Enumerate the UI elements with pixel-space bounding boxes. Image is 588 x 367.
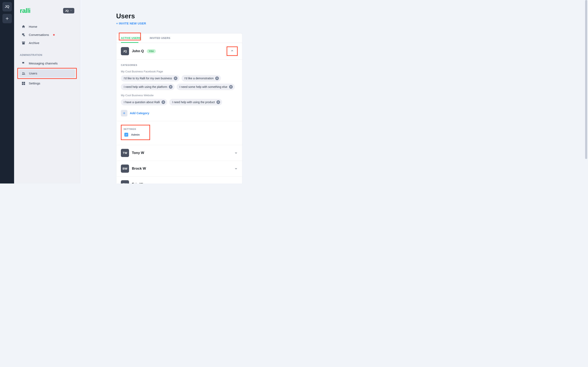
nav-label: Conversations — [29, 33, 49, 37]
chat-icon — [21, 33, 26, 37]
annotation-highlight — [227, 47, 238, 56]
chevron-down-icon — [70, 9, 72, 12]
annotation-highlight: SETTINGS Admin — [121, 125, 150, 140]
check-icon — [125, 133, 127, 136]
unread-dot-icon — [53, 34, 55, 36]
page-title: Users — [116, 12, 294, 20]
nav-primary: Home Conversations Archive — [19, 23, 75, 47]
chevron-up-icon[interactable] — [231, 49, 234, 52]
nav-messaging-channels[interactable]: Messaging channels — [19, 59, 75, 67]
rail-workspace-avatar[interactable]: JQ — [2, 2, 12, 11]
chip-remove-icon[interactable]: ✕ — [174, 76, 177, 80]
chip-remove-icon[interactable]: ✕ — [215, 76, 219, 80]
category-chip: I need help with using the platform✕ — [121, 83, 174, 90]
flag-icon — [21, 61, 26, 66]
divider — [116, 121, 242, 121]
logo: ralli — [20, 7, 30, 15]
you-badge: YOU — [147, 49, 156, 53]
annotation-highlight: Users — [17, 68, 77, 79]
admin-checkbox[interactable] — [124, 133, 128, 137]
channel-name: My Cool Business Facebook Page — [121, 70, 238, 73]
user-name: Tony W — [132, 151, 144, 155]
settings-heading: SETTINGS — [123, 128, 140, 130]
nav-label: Settings — [29, 82, 40, 85]
rail-add-workspace-button[interactable] — [2, 14, 12, 23]
main-content: Users + INVITE NEW USER ACTIVE USERS INV… — [80, 0, 294, 184]
admin-checkbox-label: Admin — [131, 133, 140, 136]
tab-invited-users[interactable]: INVITED USERS — [145, 33, 175, 43]
user-name: John Q — [132, 49, 144, 53]
chip-remove-icon[interactable]: ✕ — [229, 85, 233, 89]
nav-settings[interactable]: Settings — [19, 79, 75, 87]
home-icon — [21, 25, 26, 29]
user-row[interactable]: EW Erin W — [116, 176, 242, 184]
users-icon — [22, 71, 26, 75]
workspace-switcher[interactable]: JQ — [63, 8, 74, 13]
settings-icon — [21, 81, 26, 85]
workspace-switcher-initials: JQ — [65, 9, 69, 12]
chevron-down-icon — [234, 183, 238, 184]
avatar: EW — [121, 180, 129, 184]
nav-users[interactable]: Users — [19, 69, 75, 77]
plus-icon — [121, 110, 127, 117]
nav-label: Home — [29, 25, 37, 29]
sidebar: ralli JQ Home Conversations — [14, 0, 80, 184]
channel-name: My Cool Business Website — [121, 94, 238, 97]
user-expanded-body: CATEGORIES My Cool Business Facebook Pag… — [116, 60, 242, 145]
nav-label: Messaging channels — [29, 62, 58, 65]
avatar: JQ — [121, 47, 129, 55]
nav-conversations[interactable]: Conversations — [19, 31, 75, 39]
nav-archive[interactable]: Archive — [19, 39, 75, 47]
chip-row: I'd like to try Ralli for my own busines… — [121, 75, 238, 90]
svg-rect-4 — [22, 83, 24, 85]
svg-rect-3 — [24, 82, 25, 83]
nav-home[interactable]: Home — [19, 23, 75, 31]
users-card: ACTIVE USERS INVITED USERS JQ John Q YOU… — [116, 33, 242, 184]
chip-remove-icon[interactable]: ✕ — [169, 85, 173, 89]
svg-point-1 — [24, 73, 25, 73]
sidebar-section-administration: ADMINISTRATION — [20, 54, 75, 57]
nav-admin: Messaging channels Users Settings — [19, 59, 75, 87]
invite-new-user-link[interactable]: + INVITE NEW USER — [116, 22, 146, 25]
svg-point-0 — [22, 72, 24, 73]
workspace-rail: JQ — [0, 0, 14, 184]
category-chip: I have a question about Ralli✕ — [121, 99, 167, 105]
add-category-button[interactable]: Add Category — [121, 110, 238, 117]
svg-rect-2 — [22, 82, 24, 83]
user-name: Brock W — [132, 167, 146, 171]
svg-rect-5 — [24, 83, 25, 85]
archive-icon — [21, 41, 26, 45]
add-category-label: Add Category — [130, 111, 149, 115]
nav-label: Archive — [29, 41, 39, 45]
category-chip: I'd like a demonstration✕ — [182, 75, 221, 82]
category-chip: I need some help with something else✕ — [177, 83, 234, 90]
chevron-down-icon — [234, 167, 238, 170]
chip-remove-icon[interactable]: ✕ — [162, 100, 165, 104]
nav-label: Users — [29, 72, 37, 75]
avatar: TW — [121, 149, 129, 157]
user-row[interactable]: BW Brock W — [116, 161, 242, 176]
chip-remove-icon[interactable]: ✕ — [216, 100, 220, 104]
category-chip: I need help with using the product✕ — [169, 99, 222, 105]
user-row-expanded[interactable]: JQ John Q YOU — [116, 43, 242, 60]
user-name: Erin W — [132, 182, 143, 184]
chevron-down-icon — [234, 151, 238, 155]
tab-active-users[interactable]: ACTIVE USERS — [116, 33, 145, 43]
tabs: ACTIVE USERS INVITED USERS — [116, 33, 242, 43]
tab-indicator — [121, 42, 138, 43]
chip-row: I have a question about Ralli✕ I need he… — [121, 99, 238, 105]
category-chip: I'd like to try Ralli for my own busines… — [121, 75, 180, 82]
categories-heading: CATEGORIES — [121, 64, 238, 66]
user-row[interactable]: TW Tony W — [116, 145, 242, 161]
avatar: BW — [121, 165, 129, 173]
plus-icon — [5, 17, 9, 21]
